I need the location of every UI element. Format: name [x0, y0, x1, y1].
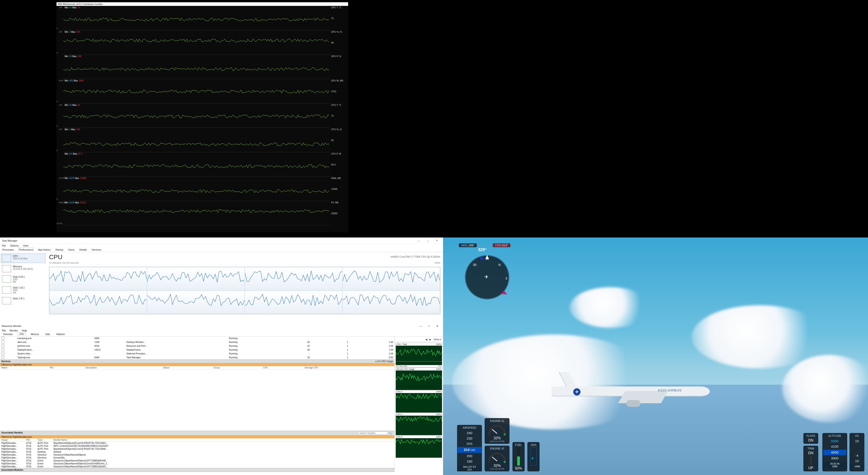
mini-graph — [2, 297, 11, 304]
menu-options[interactable]: Options — [10, 244, 19, 247]
trim-dn: DN — [806, 451, 816, 455]
livery-text: A320 AIRBUS — [658, 388, 682, 392]
row-checkbox[interactable] — [1, 356, 4, 359]
ab-graph-row[interactable]: 327680 Min3878 Max14866 RAM, MB14495 — [63, 176, 330, 201]
flaps-label: FLAPS — [806, 434, 816, 438]
collapse-icon[interactable]: ◀ — [426, 338, 427, 341]
tab-users[interactable]: Users — [68, 248, 75, 252]
tab-cpu[interactable]: CPU — [18, 332, 26, 336]
engine1-gauge — [488, 423, 506, 435]
taskmgr-window: Task Manager — □ ✕ File Options View Pro… — [0, 238, 443, 323]
modules-section[interactable]: Associated Modules — [0, 468, 395, 472]
core-graph — [147, 291, 245, 314]
tab-processes[interactable]: Processes — [2, 248, 14, 252]
search-icon[interactable]: 🔍 — [389, 432, 392, 434]
row-checkbox[interactable] — [1, 352, 4, 355]
minimize-icon[interactable]: — — [417, 325, 425, 327]
resmon-titlebar[interactable]: Resource Monitor — □ ✕ — [0, 323, 443, 329]
flightsim-viewport[interactable]: ✈ A320 AIRBUS HDG 288° CRS 013° 329° 33 … — [443, 238, 868, 475]
process-row[interactable]: DisplayFusion...14412DisplayFusionRunnin… — [0, 348, 395, 352]
menu-view[interactable]: View — [23, 244, 29, 247]
taskmgr-main: CPU Intel(R) Core(TM) i7-7700K CPU @ 4.2… — [46, 252, 443, 316]
ab-graph-row[interactable]: 81920 Min402 Max3863 GPU M, MB3793 — [63, 79, 330, 103]
handle-row[interactable]: FlightSimulato...9716ALPC Port\BaseNamed… — [0, 447, 395, 450]
handle-row[interactable]: FlightSimulato...9716Event\Sessions\1\Ba… — [0, 465, 395, 468]
airbus-logo-icon: ✈ — [573, 388, 581, 396]
process-row[interactable]: msmpeng.exe4304Running — [0, 336, 395, 340]
menu-help[interactable]: Help — [22, 329, 27, 332]
ab-graph-row[interactable]: 39583032768 Min5324 Max20421 PF, MB20065 — [63, 201, 330, 225]
compass-rose[interactable]: HDG 288° CRS 013° 329° 33 30 N 3 ✈ — [459, 243, 515, 302]
taskmgr-title: Task Manager — [2, 239, 18, 242]
sidebar-item[interactable]: Disk 1 (E:)SSD0% — [1, 285, 45, 295]
handle-row[interactable]: FlightSimulato...9716ALPC Port\BaseNamed… — [0, 442, 395, 445]
airspeed-tape[interactable]: 240 230 32% 214 CAS 200 190 — [459, 430, 480, 464]
ab-graph-row[interactable]: 1000 Min2 Max100 CPU %, %56 — [63, 128, 330, 152]
sidebar-item[interactable]: Memory14.2/31.9 GB (45%) — [1, 264, 45, 273]
cpu-core-grid — [49, 267, 440, 314]
process-table[interactable]: msmpeng.exe4304Runningdwm.exe1108Desktop… — [0, 336, 395, 360]
ab-graph-row[interactable]: 1000 Min2 Max100 GPU %, %99 — [63, 30, 330, 55]
tab-network[interactable]: Network — [55, 333, 66, 336]
tab-services[interactable]: Services — [91, 248, 102, 252]
tab-memory[interactable]: Memory — [29, 333, 40, 336]
row-checkbox[interactable] — [1, 337, 4, 340]
close-icon[interactable]: ✕ — [432, 239, 441, 242]
taskmgr-titlebar[interactable]: Task Manager — □ ✕ — [0, 238, 443, 244]
services-section[interactable]: Services ■ 1% CPU Usage — [0, 360, 395, 363]
vs-tape[interactable]: 10 -4 10 — [852, 438, 862, 464]
handles-section[interactable]: Associated Handles 🔍 — [0, 431, 395, 436]
expand-icon[interactable]: ▶ — [430, 338, 431, 341]
maximize-icon[interactable]: □ — [423, 239, 432, 242]
cpu-subhead: % Utilization over 60 seconds — [49, 262, 79, 264]
row-checkbox[interactable] — [1, 344, 4, 347]
ab-graph-row[interactable]: 1000 Min39 Max84 CPU T, °C75 — [63, 103, 330, 128]
close-icon[interactable]: ✕ — [433, 325, 441, 328]
handle-row[interactable]: FlightSimulato...9716Event\Sessions\1\Ba… — [0, 462, 395, 465]
ab-graph-row[interactable]: 1000 Min47 Max76 GPU T, °C75 — [63, 6, 330, 30]
views-dropdown[interactable]: Views ▾ — [434, 338, 441, 341]
core-graph — [49, 291, 147, 314]
core-graph — [245, 291, 342, 314]
altitude-label: ALTITUDE — [825, 434, 845, 438]
minimize-icon[interactable]: — — [414, 239, 423, 242]
menu-file[interactable]: File — [2, 329, 6, 332]
tab-apphistory[interactable]: App history — [37, 248, 51, 252]
tab-overview[interactable]: Overview — [2, 333, 14, 336]
mini-cpu-graph: CPU - Total100% 60 Seconds0% — [396, 343, 442, 368]
menu-file[interactable]: File — [2, 244, 6, 247]
tab-performance[interactable]: Performance — [18, 247, 34, 252]
afterburner-title[interactable]: MSI Afterburner v4.6.1 hardware monitor — [57, 2, 348, 6]
qnh-readout: 29.92 IN — [824, 462, 846, 465]
process-row[interactable]: dwm.exe1108Desktop Window...Running2011.… — [0, 340, 395, 344]
handle-row[interactable]: FlightSimulato...9716Event\Sessions\1\Ba… — [0, 459, 395, 462]
tab-startup[interactable]: Startup — [55, 248, 64, 252]
altitude-tape[interactable]: 5000 4100 4000 3900 — [825, 438, 845, 461]
cpu-heading: CPU — [49, 253, 440, 261]
tab-details[interactable]: Details — [79, 248, 88, 252]
process-row[interactable]: Taskmgr.exe6444Task ManagerRunning1810.9… — [0, 355, 395, 360]
handle-row[interactable]: FlightSimulato...9716Directory\Sessions\… — [0, 453, 395, 456]
menu-monitor[interactable]: Monitor — [10, 329, 18, 332]
sidebar-item[interactable]: CPU70% 4.19 GHz — [1, 253, 45, 263]
handle-row[interactable]: FlightSimulato...9716ALPC Port\RPC Contr… — [0, 444, 395, 447]
handles-table[interactable]: ImagePIDTypeHandle NameFlightSimulato...… — [0, 438, 395, 468]
trim-up: UP — [806, 466, 816, 470]
tab-disk[interactable]: Disk — [44, 333, 51, 336]
ab-graph-row[interactable]: Min24 Max108 GPU P, % — [63, 55, 330, 79]
services-table[interactable]: NamePIDDescriptionStatusGroupCPUAverage … — [0, 366, 395, 369]
process-row[interactable]: perfmon.exe5016Resource and Perf...Runni… — [0, 344, 395, 348]
ab-graph-row[interactable]: Min8.8 Max97.2 CPU P, W58.4 — [63, 152, 330, 176]
handle-row[interactable]: FlightSimulato...9716Directory\KnownDlls — [0, 456, 395, 459]
sidebar-item[interactable]: Disk 2 (F:) — [1, 296, 45, 305]
mini-cpu-graph: CPU 0100% — [396, 390, 442, 413]
row-checkbox[interactable] — [1, 348, 4, 351]
row-checkbox[interactable] — [1, 340, 4, 343]
handle-row[interactable]: FlightSimulato...9716Desktop\Default — [0, 450, 395, 453]
search-handles-input[interactable] — [358, 432, 388, 435]
airspeed-label: AIRSPEED — [459, 426, 480, 430]
process-row[interactable]: System Inter...-Deferred Procedur...Runn… — [0, 352, 395, 355]
maximize-icon[interactable]: □ — [425, 325, 433, 327]
sidebar-item[interactable]: Disk 0 (D:)SSD0% — [1, 274, 45, 284]
svg-line-67 — [492, 430, 497, 434]
